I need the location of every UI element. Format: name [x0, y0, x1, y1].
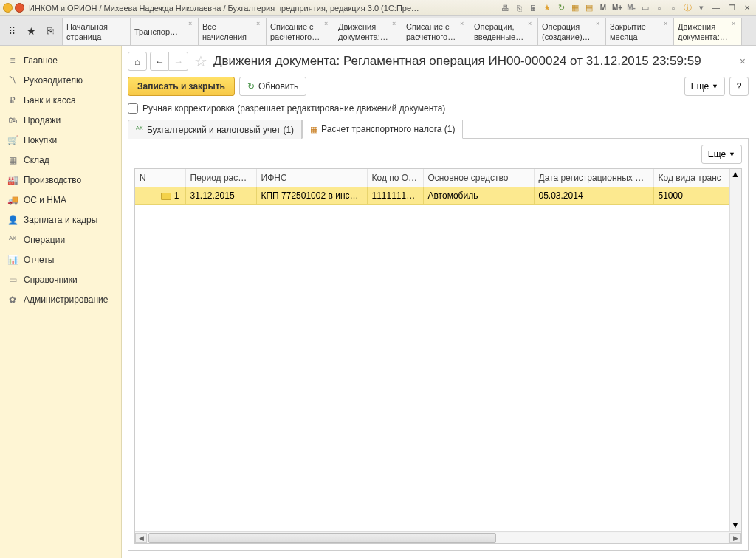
favorite-button[interactable]: ★ — [22, 22, 40, 40]
tool-memory-mplus[interactable]: М+ — [612, 3, 622, 13]
th-transcode[interactable]: Код вида транс — [653, 169, 741, 187]
home-button[interactable]: ⌂ — [128, 52, 147, 71]
table-row[interactable]: 1 31.12.2015 КПП 772501002 в инспе… 1111… — [135, 187, 741, 204]
tab-close-icon[interactable]: × — [596, 20, 603, 27]
manual-edit-checkbox[interactable] — [128, 103, 138, 114]
nav-label: Зарплата и кадры — [24, 215, 97, 225]
cell-period: 31.12.2015 — [185, 187, 256, 204]
person-icon: 👤 — [7, 215, 18, 225]
tab-operations[interactable]: Операции, введенные…× — [470, 18, 538, 45]
tool-memory-mminus[interactable]: М- — [626, 3, 636, 13]
tool-page-icon[interactable]: ▭ — [640, 3, 650, 13]
window-minimize[interactable]: — — [710, 3, 722, 13]
tab-start-page[interactable]: Начальная страница — [62, 18, 131, 45]
refresh-button[interactable]: ↻ Обновить — [239, 77, 306, 96]
folder-icon: ▭ — [7, 275, 18, 285]
nav-label: Операции — [24, 235, 65, 245]
tool-print-icon[interactable]: 🖶 — [500, 3, 510, 13]
th-ifns[interactable]: ИФНС — [256, 169, 367, 187]
tab-close-icon[interactable]: × — [392, 20, 399, 27]
window-restore[interactable]: ❐ — [726, 3, 738, 13]
chevron-down-icon: ▼ — [712, 83, 718, 90]
help-button[interactable]: ? — [729, 77, 749, 96]
grid-icon: ▦ — [310, 125, 317, 134]
window-title: ИНКОМ и ОРИОН / Михеева Надежда Николаев… — [29, 4, 420, 13]
save-and-close-button[interactable]: Записать и закрыть — [128, 77, 235, 96]
tool-options-1-icon[interactable]: ▫ — [654, 3, 664, 13]
tab-movements-active[interactable]: Движения документа:…× — [673, 18, 742, 45]
nav-main[interactable]: ≡Главное — [0, 50, 121, 70]
tool-options-2-icon[interactable]: ▫ — [668, 3, 678, 13]
nav-bank[interactable]: ₽Банк и касса — [0, 90, 121, 110]
inner-tab-transport-tax[interactable]: ▦ Расчет транспортного налога (1) — [302, 120, 463, 139]
inner-tab-accounting[interactable]: ᴬᴷ Бухгалтерский и налоговый учет (1) — [128, 120, 302, 139]
tool-calendar-icon[interactable]: ▦ — [570, 3, 580, 13]
tab-close-icon[interactable]: × — [460, 20, 467, 27]
tool-star-icon[interactable]: ★ — [542, 3, 552, 13]
nav-directories[interactable]: ▭Справочники — [0, 269, 121, 289]
th-okato[interactable]: Код по О… — [367, 169, 423, 187]
panel-more-button[interactable]: Еще ▼ — [701, 145, 742, 164]
th-regdate[interactable]: Дата регистрационных дан… — [534, 169, 653, 187]
vertical-scrollbar[interactable]: ▲ ▼ — [729, 169, 741, 531]
back-button[interactable]: ← — [150, 52, 169, 71]
apps-grid-button[interactable]: ⠿ — [3, 22, 21, 40]
tab-close-icon[interactable]: × — [188, 20, 196, 27]
nav-label: Производство — [24, 175, 81, 185]
tab-movements-1[interactable]: Движения документа:…× — [334, 18, 402, 45]
horizontal-scrollbar[interactable]: ◀ ▶ — [135, 531, 741, 543]
nav-label: Руководителю — [24, 75, 83, 86]
nav-stock[interactable]: ▦Склад — [0, 150, 121, 170]
tab-close-icon[interactable]: × — [528, 20, 535, 27]
scroll-up-button[interactable]: ▲ — [731, 169, 741, 181]
nav-sales[interactable]: 🛍Продажи — [0, 110, 121, 130]
nav-assets[interactable]: 🚚ОС и НМА — [0, 190, 121, 210]
scroll-thumb[interactable] — [148, 533, 496, 543]
tool-copy-icon[interactable]: ⎘ — [514, 3, 524, 13]
page-title: Движения документа: Регламентная операци… — [213, 54, 701, 69]
th-period[interactable]: Период рас… — [185, 169, 256, 187]
scroll-down-button[interactable]: ▼ — [731, 520, 741, 531]
tool-info-icon[interactable]: ⓘ — [682, 3, 693, 13]
favorite-star-icon[interactable]: ☆ — [194, 52, 207, 70]
tab-close-icon[interactable]: × — [732, 20, 739, 27]
nav-admin[interactable]: ✿Администрирование — [0, 289, 121, 309]
nav-production[interactable]: 🏭Производство — [0, 170, 121, 190]
manual-edit-label: Ручная корректировка (разрешает редактир… — [142, 103, 445, 114]
tool-memory-m[interactable]: М — [598, 3, 608, 13]
nav-reports[interactable]: 📊Отчеты — [0, 249, 121, 269]
nav-label: Покупки — [24, 135, 57, 145]
tab-close-icon[interactable]: × — [324, 20, 331, 27]
window-close[interactable]: ✕ — [741, 3, 753, 13]
scroll-left-button[interactable]: ◀ — [135, 533, 147, 543]
forward-button[interactable]: → — [169, 52, 188, 71]
journal-icon: ᴬᴷ — [7, 235, 18, 245]
tool-calc-icon[interactable]: 🖩 — [528, 3, 538, 13]
tool-clipboard-icon[interactable]: ▤ — [584, 3, 594, 13]
nav-payroll[interactable]: 👤Зарплата и кадры — [0, 210, 121, 230]
tab-transport[interactable]: Транспор…× — [130, 18, 199, 45]
tab-close-icon[interactable]: × — [256, 20, 264, 27]
tab-accruals[interactable]: Все начисления× — [198, 18, 267, 45]
refresh-label: Обновить — [258, 81, 298, 92]
tab-close-icon[interactable]: × — [664, 20, 671, 27]
page-close-button[interactable]: × — [737, 52, 749, 70]
tool-clock-icon[interactable]: ↻ — [556, 3, 566, 13]
sidebar-toggle-button[interactable]: ⎘ — [41, 22, 59, 40]
nav-purchases[interactable]: 🛒Покупки — [0, 130, 121, 150]
tab-month-close[interactable]: Закрытие месяца× — [605, 18, 674, 45]
box-icon: ▦ — [7, 155, 18, 165]
cell-transcode: 51000 — [653, 187, 741, 204]
tab-writeoff-1[interactable]: Списание с расчетного…× — [266, 18, 334, 45]
more-button[interactable]: Еще ▼ — [684, 77, 725, 96]
tool-dropdown-icon[interactable]: ▾ — [696, 3, 707, 13]
nav-operations[interactable]: ᴬᴷОперации — [0, 230, 121, 249]
nav-manager[interactable]: 〽Руководителю — [0, 70, 121, 90]
nav-label: Банк и касса — [24, 95, 76, 106]
th-n[interactable]: N — [135, 169, 185, 187]
th-asset[interactable]: Основное средство — [423, 169, 534, 187]
scroll-right-button[interactable]: ▶ — [729, 533, 741, 543]
tab-writeoff-2[interactable]: Списание с расчетного…× — [402, 18, 470, 45]
tab-operation-create[interactable]: Операция (создание)…× — [537, 18, 606, 45]
chevron-down-icon: ▼ — [729, 151, 735, 158]
